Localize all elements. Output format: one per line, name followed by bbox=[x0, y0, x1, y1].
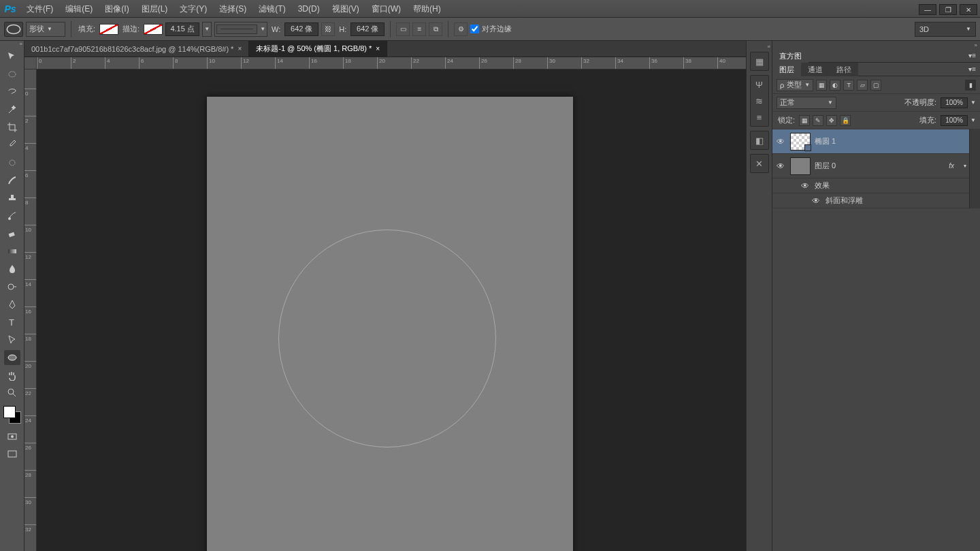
expand-dock-icon[interactable]: « bbox=[747, 44, 772, 50]
visibility-icon[interactable]: 👁 bbox=[811, 196, 821, 206]
gradient-tool[interactable] bbox=[4, 244, 20, 259]
panel-character-icon[interactable]: Ψ bbox=[753, 78, 766, 91]
minimize-button[interactable]: — bbox=[919, 4, 936, 15]
layer-thumbnail[interactable] bbox=[790, 157, 811, 175]
menu-help[interactable]: 帮助(H) bbox=[407, 0, 447, 18]
hand-tool[interactable] bbox=[4, 368, 20, 383]
ellipse-tool[interactable] bbox=[4, 350, 20, 365]
heal-tool[interactable] bbox=[4, 155, 20, 170]
lock-all-icon[interactable]: 🔒 bbox=[840, 115, 851, 126]
panel-menu-icon[interactable]: ▾≡ bbox=[964, 65, 980, 73]
filter-adjust-icon[interactable]: ◐ bbox=[830, 80, 840, 91]
crop-tool[interactable] bbox=[4, 120, 20, 135]
channels-tab[interactable]: 通道 bbox=[801, 63, 830, 76]
pen-tool[interactable] bbox=[4, 297, 20, 312]
eyedropper-tool[interactable] bbox=[4, 138, 20, 153]
layer-name[interactable]: 椭圆 1 bbox=[815, 136, 836, 146]
blend-mode-dropdown[interactable]: 正常▼ bbox=[777, 97, 836, 109]
stroke-width-input[interactable] bbox=[165, 22, 199, 36]
tool-mode-dropdown[interactable]: 形状 ▼ bbox=[26, 22, 65, 37]
menu-image[interactable]: 图像(I) bbox=[99, 0, 135, 18]
chevron-down-icon[interactable]: ▼ bbox=[970, 99, 976, 106]
layer-effects-row[interactable]: 👁 效果 bbox=[772, 178, 969, 193]
menu-3d[interactable]: 3D(D) bbox=[292, 0, 326, 18]
width-input[interactable] bbox=[284, 22, 318, 36]
filter-pixel-icon[interactable]: ▦ bbox=[816, 80, 827, 91]
visibility-icon[interactable]: 👁 bbox=[775, 161, 786, 171]
panel-paragraph-icon[interactable]: ≋ bbox=[753, 95, 766, 107]
disclosure-icon[interactable]: ▾ bbox=[964, 163, 966, 169]
expand-tools-icon[interactable]: » bbox=[0, 41, 24, 48]
document-tab-2[interactable]: 未标题-1 @ 50% (椭圆 1, RGB/8) * × bbox=[249, 41, 387, 57]
workspace-dropdown[interactable]: 3D ▼ bbox=[915, 22, 976, 37]
menu-window[interactable]: 窗口(W) bbox=[365, 0, 407, 18]
layer-name[interactable]: 图层 0 bbox=[815, 161, 836, 171]
chevron-down-icon[interactable]: ▼ bbox=[970, 117, 976, 123]
ellipse-shape[interactable] bbox=[278, 230, 496, 447]
quickmask-tool[interactable] bbox=[4, 429, 20, 444]
fx-badge[interactable]: fx bbox=[949, 162, 960, 170]
paths-tab[interactable]: 路径 bbox=[830, 63, 858, 76]
layer-filter-kind[interactable]: ρ类型▼ bbox=[777, 79, 813, 91]
panel-properties-icon[interactable]: ✕ bbox=[753, 157, 766, 170]
menu-select[interactable]: 选择(S) bbox=[213, 0, 252, 18]
stroke-width-menu[interactable]: ▼ bbox=[202, 22, 212, 37]
layer-ellipse-1[interactable]: 👁 椭圆 1 bbox=[772, 129, 969, 154]
stroke-swatch[interactable] bbox=[144, 24, 163, 35]
histogram-tab[interactable]: 直方图 bbox=[772, 49, 808, 63]
filter-shape-icon[interactable]: ▱ bbox=[857, 80, 868, 91]
maximize-button[interactable]: ❐ bbox=[939, 4, 957, 15]
ruler-vertical[interactable]: 20246810121416182022242628303234 bbox=[24, 69, 37, 551]
layers-scrollbar[interactable] bbox=[969, 129, 980, 208]
path-arrange-icon[interactable]: ⧉ bbox=[429, 22, 442, 36]
lock-trans-icon[interactable]: ▦ bbox=[799, 115, 810, 126]
lasso-tool[interactable] bbox=[4, 84, 20, 99]
menu-edit[interactable]: 编辑(E) bbox=[59, 0, 99, 18]
marquee-tool[interactable] bbox=[4, 67, 20, 82]
gear-icon[interactable]: ⚙ bbox=[454, 22, 468, 36]
menu-file[interactable]: 文件(F) bbox=[20, 0, 59, 18]
zoom-tool[interactable] bbox=[4, 385, 20, 400]
path-align-icon[interactable]: ≡ bbox=[412, 22, 426, 36]
menu-view[interactable]: 视图(V) bbox=[326, 0, 365, 18]
move-tool[interactable] bbox=[4, 49, 20, 64]
fill-opacity-input[interactable] bbox=[941, 115, 968, 126]
close-button[interactable]: ✕ bbox=[960, 4, 977, 15]
wand-tool[interactable] bbox=[4, 102, 20, 117]
stroke-style-dropdown[interactable]: ▼ bbox=[214, 22, 267, 37]
lock-paint-icon[interactable]: ✎ bbox=[813, 115, 823, 126]
path-ops-icon[interactable]: ▭ bbox=[396, 22, 410, 36]
lock-move-icon[interactable]: ✥ bbox=[826, 115, 837, 126]
height-input[interactable] bbox=[350, 22, 385, 36]
stamp-tool[interactable] bbox=[4, 191, 20, 206]
panel-adjustments-icon[interactable]: ◧ bbox=[753, 134, 766, 146]
dodge-tool[interactable] bbox=[4, 279, 20, 294]
filter-toggle[interactable]: ▮ bbox=[965, 80, 976, 91]
visibility-icon[interactable]: 👁 bbox=[775, 137, 786, 146]
foreground-color-swatch[interactable] bbox=[3, 406, 16, 418]
layer-thumbnail[interactable] bbox=[790, 133, 811, 151]
ruler-origin[interactable] bbox=[24, 57, 37, 69]
fill-swatch[interactable] bbox=[99, 24, 118, 35]
visibility-icon[interactable]: 👁 bbox=[800, 181, 811, 191]
screenmode-tool[interactable] bbox=[4, 447, 20, 462]
type-tool[interactable]: T bbox=[4, 315, 20, 330]
align-edges-input[interactable] bbox=[470, 25, 479, 33]
layer-effect-bevel[interactable]: 👁 斜面和浮雕 bbox=[772, 193, 969, 208]
color-swatches[interactable] bbox=[3, 406, 21, 424]
panel-styles-icon[interactable]: ≡ bbox=[753, 111, 766, 123]
close-icon[interactable]: × bbox=[376, 45, 380, 52]
collapse-panels-icon[interactable]: » bbox=[772, 41, 980, 49]
link-wh-icon[interactable]: ⛓ bbox=[321, 22, 335, 36]
document-tab-1[interactable]: 001b1cc7af7a905216b81626c3c8acf.jpg @ 11… bbox=[24, 41, 249, 57]
align-edges-checkbox[interactable]: 对齐边缘 bbox=[470, 24, 512, 34]
panel-3d-icon[interactable]: ▦ bbox=[753, 55, 766, 67]
brush-tool[interactable] bbox=[4, 173, 20, 188]
filter-type-icon[interactable]: T bbox=[843, 80, 854, 91]
close-icon[interactable]: × bbox=[238, 45, 242, 52]
ruler-horizontal[interactable]: 0246810121416182022242628303234363840 bbox=[37, 57, 746, 69]
path-select-tool[interactable] bbox=[4, 332, 20, 347]
panel-menu-icon[interactable]: ▾≡ bbox=[964, 52, 980, 59]
canvas[interactable] bbox=[37, 69, 746, 551]
layer-0[interactable]: 👁 图层 0 fx ▾ bbox=[772, 154, 969, 178]
